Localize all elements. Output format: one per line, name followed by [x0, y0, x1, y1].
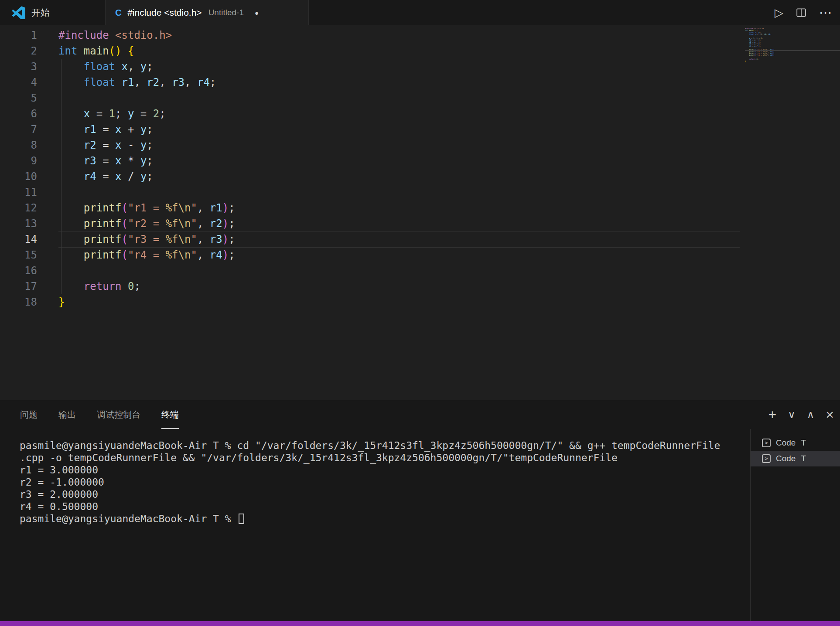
code-line-8[interactable]: 8 r2 = x - y;: [0, 137, 840, 153]
line-number[interactable]: 14: [0, 231, 37, 247]
minimap[interactable]: #include <stdio.h>int main() { float x, …: [745, 28, 776, 62]
line-number[interactable]: 16: [0, 263, 37, 279]
status-bar: [0, 621, 840, 626]
code-line-11[interactable]: 11: [0, 184, 840, 200]
code-token: ;: [760, 45, 761, 47]
editor-actions: ▷ ⋯: [775, 0, 840, 25]
line-number[interactable]: 10: [0, 169, 37, 184]
tab-untitled-file[interactable]: C #include <stdio.h> Untitled-1 ●: [106, 0, 309, 25]
code-line-4[interactable]: 4 float r1, r2, r3, r4;: [0, 75, 840, 90]
code-token: ): [222, 202, 229, 214]
line-number[interactable]: 9: [0, 153, 37, 169]
code-text: }: [37, 294, 65, 310]
code-token: ,: [197, 233, 210, 245]
code-line-15[interactable]: 15 printf("r4 = %f\n", r4);: [0, 247, 840, 263]
split-editor-icon[interactable]: [796, 7, 807, 18]
code-token: [58, 61, 84, 73]
terminal-list-item-1[interactable]: >CodeT: [751, 435, 840, 451]
line-number[interactable]: 18: [0, 294, 37, 310]
code-line-18[interactable]: 18}: [0, 294, 840, 310]
line-number[interactable]: 8: [0, 137, 37, 153]
line-number[interactable]: 13: [0, 216, 37, 231]
code-token: y: [128, 108, 134, 120]
code-token: ): [222, 218, 229, 230]
code-editor[interactable]: 1#include <stdio.h>2int main() {3 float …: [0, 25, 840, 400]
code-text: float x, y;: [37, 59, 153, 75]
terminal-list-item-2[interactable]: >CodeT: [751, 451, 840, 466]
code-line-17[interactable]: 17 return 0;: [0, 279, 840, 294]
run-icon[interactable]: ▷: [775, 7, 783, 18]
maximize-panel-icon[interactable]: ∧: [807, 409, 815, 420]
code-token: (: [122, 218, 128, 230]
code-token: ;: [229, 218, 235, 230]
line-number[interactable]: 11: [0, 184, 37, 200]
code-line-13[interactable]: 13 printf("r2 = %f\n", r2);: [0, 216, 840, 231]
code-text: [37, 263, 58, 279]
code-token: r1: [84, 123, 96, 136]
bottom-panel: 问题输出调试控制台终端 + ∨ ∧ × pasmile@yangsiyuande…: [0, 400, 840, 621]
tab-welcome[interactable]: 开始: [0, 0, 106, 25]
code-token: [58, 202, 84, 214]
code-text: return 0;: [37, 279, 140, 294]
code-line-9[interactable]: 9 r3 = x * y;: [0, 153, 840, 169]
code-token: ,: [197, 202, 210, 214]
new-terminal-icon[interactable]: +: [768, 408, 776, 422]
tab-welcome-label: 开始: [31, 7, 50, 19]
code-token: r1: [122, 76, 134, 88]
line-number[interactable]: 5: [0, 90, 37, 106]
code-token: <stdio.h>: [115, 29, 172, 41]
code-line-12[interactable]: 12 printf("r1 = %f\n", r1);: [0, 200, 840, 216]
code-token: ,: [159, 76, 172, 88]
code-line-10[interactable]: 10 r4 = x / y;: [0, 169, 840, 184]
line-number[interactable]: 7: [0, 122, 37, 137]
code-token: [58, 155, 84, 167]
code-token: [58, 280, 84, 293]
code-token: [58, 218, 84, 230]
terminal-output[interactable]: pasmile@yangsiyuandeMacBook-Air T % cd "…: [0, 429, 750, 621]
terminal-dropdown-icon[interactable]: ∨: [788, 409, 796, 420]
code-line-14[interactable]: 14 printf("r3 = %f\n", r3);: [0, 231, 840, 247]
code-token: return: [749, 58, 755, 60]
close-panel-icon[interactable]: ×: [826, 408, 834, 422]
panel-tab-terminal[interactable]: 终端: [161, 400, 179, 429]
code-token: {: [128, 45, 134, 57]
code-text: r4 = x / y;: [37, 169, 153, 184]
panel-tab-debug-console[interactable]: 调试控制台: [97, 400, 140, 429]
line-number[interactable]: 17: [0, 279, 37, 294]
terminal-prompt: pasmile@yangsiyuandeMacBook-Air T %: [20, 513, 237, 524]
code-line-6[interactable]: 6 x = 1; y = 2;: [0, 106, 840, 122]
terminal-lines: pasmile@yangsiyuandeMacBook-Air T % cd "…: [20, 439, 750, 525]
code-line-7[interactable]: 7 r1 = x + y;: [0, 122, 840, 137]
line-number[interactable]: 6: [0, 106, 37, 122]
code-token: y: [140, 61, 147, 73]
code-token: ": [191, 249, 197, 261]
more-actions-icon[interactable]: ⋯: [819, 6, 832, 19]
code-line-5[interactable]: 5: [0, 90, 840, 106]
code-token: %f\n: [166, 218, 191, 230]
line-number[interactable]: 15: [0, 247, 37, 263]
code-token: %f\n: [166, 249, 191, 261]
code-line-1[interactable]: 1#include <stdio.h>: [0, 27, 840, 43]
code-line-3[interactable]: 3 float x, y;: [0, 59, 840, 75]
modified-indicator-icon[interactable]: ●: [255, 9, 259, 17]
code-token: [58, 233, 84, 245]
line-number[interactable]: 3: [0, 59, 37, 75]
code-token: [58, 139, 84, 151]
code-line-16[interactable]: 16: [0, 263, 840, 279]
code-token: [109, 29, 115, 41]
line-number[interactable]: 2: [0, 43, 37, 59]
line-number[interactable]: 12: [0, 200, 37, 216]
terminal-cursor: [239, 514, 244, 524]
panel-tab-problems[interactable]: 问题: [20, 400, 38, 429]
code-token: /: [122, 170, 140, 183]
line-number[interactable]: 1: [0, 27, 37, 43]
code-token: =: [96, 170, 115, 183]
code-token: ): [222, 249, 229, 261]
panel-tab-output[interactable]: 输出: [58, 400, 76, 429]
code-token: return: [84, 280, 122, 293]
code-token: printf: [84, 202, 122, 214]
code-line-2[interactable]: 2int main() {: [0, 43, 840, 59]
line-number[interactable]: 4: [0, 75, 37, 90]
code-token: float: [84, 61, 115, 73]
terminal-item-label: Code: [776, 454, 796, 463]
